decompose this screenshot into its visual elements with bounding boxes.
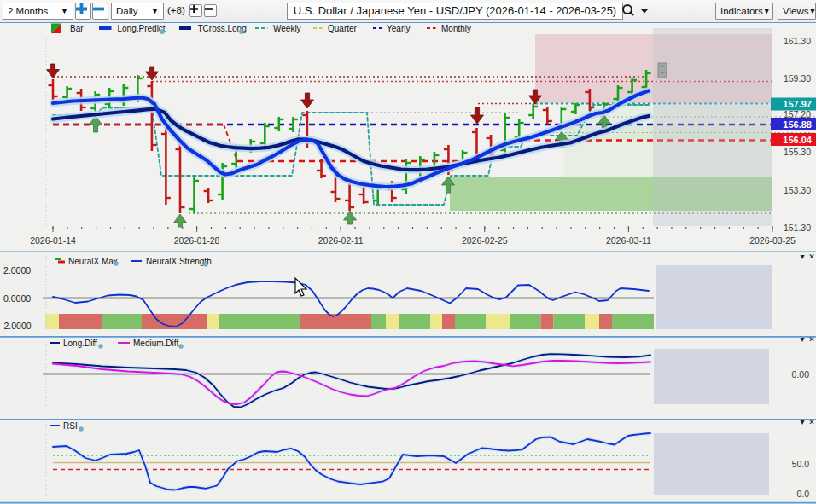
svg-text:2026-01-14: 2026-01-14	[30, 235, 76, 246]
svg-text:RSI: RSI	[63, 421, 78, 431]
svg-text:156.88: 156.88	[783, 119, 812, 130]
svg-text:▾: ▾	[800, 334, 804, 344]
svg-text:✕: ✕	[808, 418, 815, 426]
svg-text:0.0: 0.0	[796, 489, 809, 499]
svg-text:▾: ▾	[800, 252, 804, 261]
svg-text:156.04: 156.04	[783, 135, 813, 145]
svg-text:155.30: 155.30	[784, 147, 811, 157]
svg-text:161.30: 161.30	[784, 36, 811, 46]
svg-text:157.97: 157.97	[783, 99, 812, 109]
svg-text:Weekly: Weekly	[273, 24, 301, 33]
svg-text:0.00: 0.00	[792, 369, 810, 379]
svg-text:Yearly: Yearly	[387, 24, 410, 33]
svg-text:50.0: 50.0	[792, 459, 810, 469]
svg-text:Bar: Bar	[70, 24, 84, 33]
svg-text:153.30: 153.30	[784, 185, 811, 195]
svg-text:▾: ▾	[800, 417, 804, 426]
svg-text:Long.Diff: Long.Diff	[63, 339, 97, 348]
svg-text:2026-03-25: 2026-03-25	[749, 235, 796, 246]
svg-text:0.0000: 0.0000	[3, 293, 31, 304]
svg-text:-2.0000: -2.0000	[1, 321, 32, 331]
svg-text:2026-02-25: 2026-02-25	[462, 235, 508, 246]
svg-text:159.30: 159.30	[784, 73, 811, 84]
svg-text:NeuralX.Strength: NeuralX.Strength	[146, 257, 212, 266]
svg-text:✕: ✕	[808, 335, 815, 344]
svg-text:✕: ✕	[808, 252, 815, 261]
svg-text:Quarter: Quarter	[328, 24, 358, 33]
svg-text:Long.Predict: Long.Predict	[118, 24, 166, 33]
svg-text:2026-02-11: 2026-02-11	[318, 235, 364, 246]
svg-text:Medium.Diff: Medium.Diff	[133, 339, 178, 348]
svg-text:2026-03-11: 2026-03-11	[606, 235, 651, 246]
svg-text:151.30: 151.30	[784, 223, 811, 233]
svg-text:2026-01-28: 2026-01-28	[174, 235, 220, 246]
svg-text:Monthly: Monthly	[441, 24, 471, 33]
svg-text:2.0000: 2.0000	[3, 265, 31, 275]
svg-text:NeuralX.Max: NeuralX.Max	[68, 257, 118, 266]
